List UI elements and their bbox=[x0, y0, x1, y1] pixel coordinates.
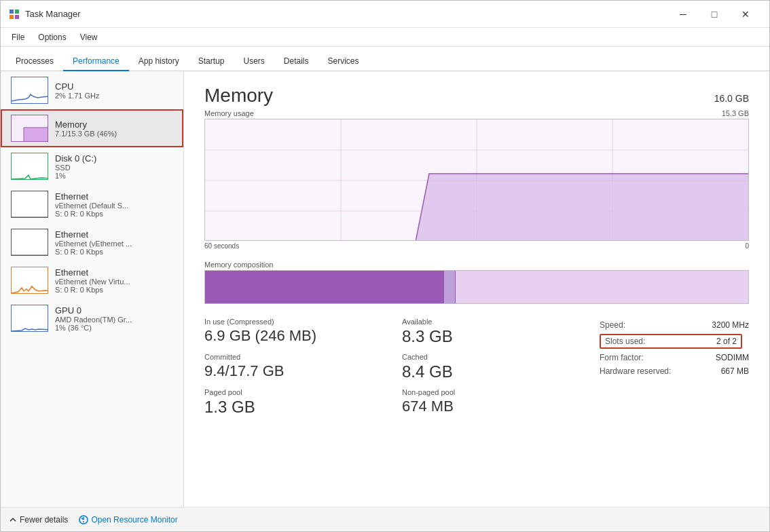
cached-label: Cached bbox=[402, 353, 579, 361]
ethernet2-mini-graph bbox=[11, 229, 48, 256]
menu-options[interactable]: Options bbox=[33, 31, 71, 44]
disk-sub2: 1% bbox=[55, 172, 96, 180]
minimize-button[interactable]: ─ bbox=[667, 4, 699, 24]
available-label: Available bbox=[402, 318, 579, 326]
stat-available: Available 8.3 GB bbox=[402, 318, 579, 346]
sidebar-item-cpu[interactable]: CPU 2% 1.71 GHz bbox=[1, 71, 183, 109]
open-resource-monitor-link[interactable]: Open Resource Monitor bbox=[79, 515, 177, 525]
slots-label: Slots used: bbox=[605, 337, 645, 346]
ethernet3-info: Ethernet vEthernet (New Virtu... S: 0 R:… bbox=[55, 267, 130, 294]
disk-sub: SSD bbox=[55, 164, 96, 172]
ethernet3-name: Ethernet bbox=[55, 267, 130, 278]
titlebar-left: Task Manager bbox=[9, 9, 81, 20]
chart-label: Memory usage 15.3 GB bbox=[204, 109, 749, 117]
stat-committed: Committed 9.4/17.7 GB bbox=[204, 353, 382, 381]
tab-details[interactable]: Details bbox=[274, 52, 318, 71]
form-value: SODIMM bbox=[716, 353, 749, 362]
hw-value: 667 MB bbox=[721, 366, 749, 376]
in-use-label: In use (Compressed) bbox=[204, 318, 382, 326]
comp-in-use bbox=[205, 271, 444, 303]
content-header: Memory 16.0 GB bbox=[204, 85, 749, 107]
slots-value: 2 of 2 bbox=[716, 337, 737, 346]
ethernet2-sub2: S: 0 R: 0 Kbps bbox=[55, 248, 132, 256]
sidebar-item-ethernet3[interactable]: Ethernet vEthernet (New Virtu... S: 0 R:… bbox=[1, 261, 183, 299]
chevron-up-icon bbox=[9, 516, 17, 524]
chart-time-end: 0 bbox=[745, 242, 749, 250]
gpu-sub: AMD Radeon(TM) Gr... bbox=[55, 316, 132, 324]
menu-file[interactable]: File bbox=[6, 31, 30, 44]
fewer-details-label: Fewer details bbox=[20, 515, 68, 525]
ethernet3-sub2: S: 0 R: 0 Kbps bbox=[55, 286, 130, 294]
cpu-sub: 2% 1.71 GHz bbox=[55, 92, 99, 100]
svg-rect-0 bbox=[10, 10, 14, 14]
speed-value: 3200 MHz bbox=[712, 320, 749, 330]
stats-grid: In use (Compressed) 6.9 GB (246 MB) Avai… bbox=[204, 318, 579, 417]
close-button[interactable]: ✕ bbox=[730, 4, 761, 24]
gpu-info: GPU 0 AMD Radeon(TM) Gr... 1% (36 °C) bbox=[55, 305, 132, 332]
svg-marker-13 bbox=[205, 174, 748, 241]
task-manager-window: Task Manager ─ □ ✕ File Options View Pro… bbox=[0, 0, 770, 532]
ethernet1-info: Ethernet vEthernet (Default S... S: 0 R:… bbox=[55, 191, 128, 218]
content-area: Memory 16.0 GB Memory usage 15.3 GB bbox=[184, 71, 769, 507]
tab-startup[interactable]: Startup bbox=[189, 52, 234, 71]
content-total: 16.0 GB bbox=[714, 93, 749, 104]
fewer-details-button[interactable]: Fewer details bbox=[9, 515, 68, 525]
memory-chart bbox=[204, 119, 749, 241]
sidebar-item-gpu[interactable]: GPU 0 AMD Radeon(TM) Gr... 1% (36 °C) bbox=[1, 299, 183, 337]
stat-paged: Paged pool 1.3 GB bbox=[204, 388, 382, 417]
stat-cached: Cached 8.4 GB bbox=[402, 353, 579, 381]
ethernet2-name: Ethernet bbox=[55, 229, 132, 240]
svg-rect-1 bbox=[15, 10, 19, 14]
committed-value: 9.4/17.7 GB bbox=[204, 362, 382, 380]
paged-label: Paged pool bbox=[204, 388, 382, 396]
stat-in-use: In use (Compressed) 6.9 GB (246 MB) bbox=[204, 318, 382, 346]
sidebar-item-memory[interactable]: Memory 7.1/15.3 GB (46%) bbox=[1, 109, 183, 147]
content-title: Memory bbox=[204, 85, 273, 107]
tab-processes[interactable]: Processes bbox=[6, 52, 63, 71]
memory-name: Memory bbox=[55, 119, 117, 130]
memory-info: Memory 7.1/15.3 GB (46%) bbox=[55, 119, 117, 138]
spec-slots: Slots used: 2 of 2 bbox=[600, 334, 742, 349]
spec-form: Form factor: SODIMM bbox=[600, 353, 749, 362]
maximize-button[interactable]: □ bbox=[699, 4, 730, 24]
memory-mini-graph bbox=[11, 115, 48, 142]
sidebar-item-ethernet2[interactable]: Ethernet vEthernet (vEthernet ... S: 0 R… bbox=[1, 223, 183, 261]
chart-label-text: Memory usage bbox=[204, 109, 254, 117]
window-title: Task Manager bbox=[25, 9, 81, 19]
comp-divider bbox=[455, 271, 456, 303]
ethernet1-mini-graph bbox=[11, 191, 48, 218]
ethernet1-name: Ethernet bbox=[55, 191, 128, 202]
sidebar-item-disk[interactable]: Disk 0 (C:) SSD 1% bbox=[1, 147, 183, 185]
tab-app-history[interactable]: App history bbox=[129, 52, 189, 71]
spec-speed: Speed: 3200 MHz bbox=[600, 320, 749, 330]
disk-info: Disk 0 (C:) SSD 1% bbox=[55, 153, 96, 180]
tab-performance[interactable]: Performance bbox=[63, 52, 129, 71]
memory-composition-section: Memory composition bbox=[204, 261, 749, 304]
ethernet1-sub: vEthernet (Default S... bbox=[55, 202, 128, 210]
svg-marker-4 bbox=[12, 128, 48, 142]
svg-rect-2 bbox=[10, 15, 14, 19]
cpu-name: CPU bbox=[55, 81, 99, 92]
disk-mini-graph bbox=[11, 153, 48, 180]
tabs: Processes Performance App history Startu… bbox=[1, 47, 769, 71]
nonpaged-value: 674 MB bbox=[402, 398, 579, 415]
svg-point-16 bbox=[83, 521, 84, 522]
comp-bar bbox=[204, 270, 749, 304]
gpu-name: GPU 0 bbox=[55, 305, 132, 316]
menu-view[interactable]: View bbox=[75, 31, 103, 44]
titlebar: Task Manager ─ □ ✕ bbox=[1, 1, 769, 28]
tab-services[interactable]: Services bbox=[318, 52, 369, 71]
tab-users[interactable]: Users bbox=[234, 52, 274, 71]
in-use-value: 6.9 GB (246 MB) bbox=[204, 327, 382, 345]
menubar: File Options View bbox=[1, 28, 769, 47]
speed-label: Speed: bbox=[600, 320, 625, 330]
sidebar-item-ethernet1[interactable]: Ethernet vEthernet (Default S... S: 0 R:… bbox=[1, 185, 183, 223]
cpu-mini-graph bbox=[11, 77, 48, 104]
titlebar-controls: ─ □ ✕ bbox=[667, 4, 761, 24]
main-area: CPU 2% 1.71 GHz Memory 7.1/15.3 GB (46%) bbox=[1, 71, 769, 507]
paged-value: 1.3 GB bbox=[204, 398, 382, 417]
specs-column: Speed: 3200 MHz Slots used: 2 of 2 Form … bbox=[600, 318, 749, 376]
stats-area: In use (Compressed) 6.9 GB (246 MB) Avai… bbox=[204, 318, 749, 417]
chart-max-label: 15.3 GB bbox=[722, 109, 749, 117]
app-icon bbox=[9, 9, 20, 20]
